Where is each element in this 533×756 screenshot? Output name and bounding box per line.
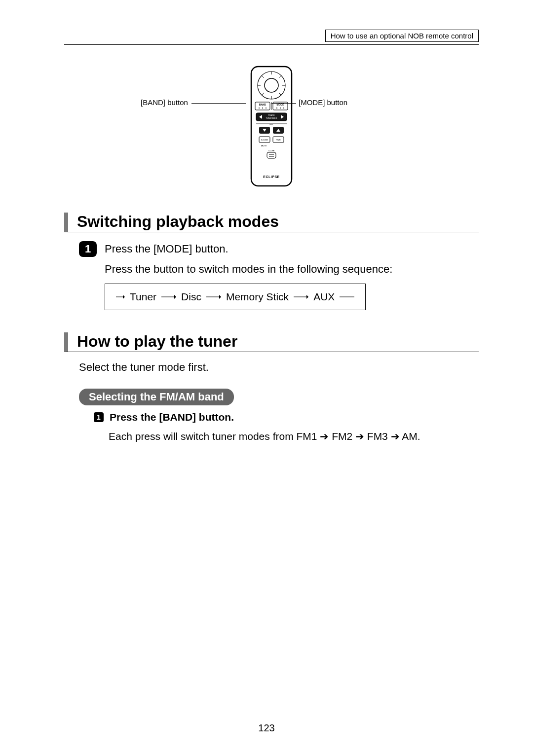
step-number-badge: 1 (94, 412, 104, 422)
svg-text:ECLIPSE: ECLIPSE (263, 175, 279, 179)
svg-point-14 (262, 108, 263, 108)
arrow-right-icon (116, 293, 125, 300)
band-button-label: [BAND] button (141, 98, 188, 107)
section-title: How to play the tuner (64, 332, 479, 352)
svg-point-18 (276, 108, 277, 108)
arrow-right-icon (206, 293, 221, 300)
svg-text:BAND: BAND (259, 103, 266, 106)
subheading-pill: Selecting the FM/AM band (79, 389, 234, 405)
svg-text:TRACK: TRACK (268, 114, 275, 116)
header-bar: How to use an optional NOB remote contro… (64, 30, 479, 45)
svg-point-20 (283, 108, 284, 108)
step-text: Press the [MODE] button. (105, 243, 228, 255)
seq-item: Disc (181, 291, 201, 303)
body-text: Each press will switch tuner modes from … (109, 429, 479, 443)
section-play-tuner: How to play the tuner Select the tuner m… (64, 332, 479, 443)
seq-item: Tuner (130, 291, 156, 303)
svg-text:TUNE/SEEK: TUNE/SEEK (266, 117, 277, 119)
leader-line-right (271, 103, 296, 104)
mode-button-label: [MODE] button (299, 98, 347, 107)
svg-text:PWR: PWR (276, 139, 280, 141)
body-text: Press the button to switch modes in the … (105, 263, 479, 276)
section-switching-modes: Switching playback modes 1 Press the [MO… (64, 213, 479, 310)
remote-control-icon: BAND MODE TRACK TUNE/SEEK DISC E-COM P (249, 65, 294, 188)
step-row: 1 Press the [BAND] button. (94, 411, 479, 423)
svg-point-15 (266, 108, 266, 108)
svg-text:ILLUMI: ILLUMI (268, 149, 275, 152)
svg-marker-50 (306, 295, 308, 299)
breadcrumb: How to use an optional NOB remote contro… (325, 30, 479, 42)
arrow-loop-end-icon (340, 293, 354, 300)
svg-text:MUTE: MUTE (261, 144, 267, 147)
svg-point-19 (280, 108, 281, 108)
intro-text: Select the tuner mode first. (79, 361, 479, 374)
mode-sequence-box: Tuner Disc Memory Stick AUX (105, 284, 366, 310)
remote-diagram: [BAND] button [MODE] button BAND (64, 65, 479, 193)
page-number: 123 (0, 722, 533, 734)
svg-rect-39 (267, 152, 276, 158)
step-number-badge: 1 (79, 241, 97, 257)
arrow-right-icon (161, 293, 176, 300)
svg-text:E-COM: E-COM (261, 139, 267, 141)
svg-marker-48 (219, 295, 221, 299)
step-row: 1 Press the [MODE] button. (79, 241, 479, 257)
seq-item: Memory Stick (226, 291, 289, 303)
section-title: Switching playback modes (64, 213, 479, 232)
svg-rect-0 (251, 67, 292, 186)
seq-item: AUX (313, 291, 335, 303)
arrow-right-icon (294, 293, 308, 300)
svg-point-13 (259, 108, 260, 108)
svg-marker-46 (174, 295, 176, 299)
step-text: Press the [BAND] button. (110, 411, 234, 423)
svg-marker-44 (123, 295, 125, 299)
svg-text:DISC: DISC (269, 123, 274, 126)
leader-line-left (191, 103, 246, 104)
